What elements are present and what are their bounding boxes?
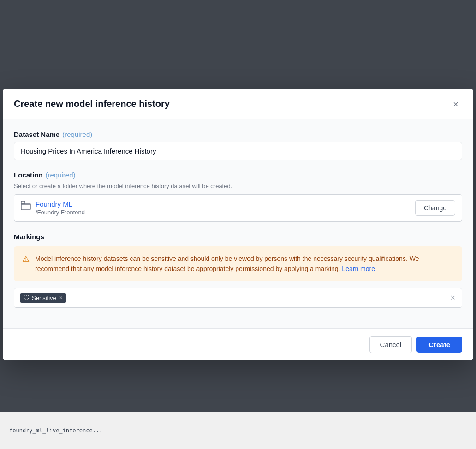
modal-header: Create new model inference history × <box>3 89 473 119</box>
warning-box: ⚠ Model inference history datasets can b… <box>14 246 462 282</box>
warning-icon: ⚠ <box>22 254 30 264</box>
location-field: Location(required) Select or create a fo… <box>14 171 462 222</box>
dataset-name-field: Dataset Name(required) <box>14 130 462 160</box>
dataset-name-input[interactable] <box>14 142 462 160</box>
location-label: Location(required) <box>14 171 462 179</box>
markings-label: Markings <box>14 233 462 241</box>
markings-input[interactable]: 🛡 Sensitive × × <box>14 288 462 308</box>
close-button[interactable]: × <box>449 98 462 111</box>
location-path: /Foundry Frontend <box>36 209 85 216</box>
modal-dialog: Create new model inference history × Dat… <box>3 89 473 361</box>
location-name[interactable]: Foundry ML <box>36 200 85 208</box>
markings-clear-button[interactable]: × <box>449 293 456 303</box>
warning-text: Model inference history datasets can be … <box>35 254 454 274</box>
location-info: Foundry ML /Foundry Frontend <box>36 200 85 216</box>
learn-more-link[interactable]: Learn more <box>342 265 375 272</box>
dataset-name-label: Dataset Name(required) <box>14 130 462 138</box>
tag-label: Sensitive <box>32 295 56 301</box>
shield-icon: 🛡 <box>24 295 30 301</box>
background-content: foundry_ml_live_inference... <box>0 412 476 449</box>
tag-remove-button[interactable]: × <box>60 295 63 301</box>
modal-title: Create new model inference history <box>14 99 170 109</box>
create-button[interactable]: Create <box>416 337 462 353</box>
svg-rect-1 <box>21 201 25 204</box>
location-left: Foundry ML /Foundry Frontend <box>21 200 85 216</box>
change-button[interactable]: Change <box>415 200 455 216</box>
cancel-button[interactable]: Cancel <box>369 336 412 353</box>
location-sublabel: Select or create a folder where the mode… <box>14 183 462 189</box>
background-table-row: foundry_ml_live_inference... <box>9 427 102 434</box>
markings-field: Markings ⚠ Model inference history datas… <box>14 233 462 308</box>
folder-icon <box>21 201 31 211</box>
markings-tags: 🛡 Sensitive × <box>20 293 66 303</box>
modal-footer: Cancel Create <box>3 328 473 360</box>
location-box: Foundry ML /Foundry Frontend Change <box>14 194 462 222</box>
modal-body: Dataset Name(required) Location(required… <box>3 119 473 329</box>
sensitive-tag: 🛡 Sensitive × <box>20 293 66 303</box>
